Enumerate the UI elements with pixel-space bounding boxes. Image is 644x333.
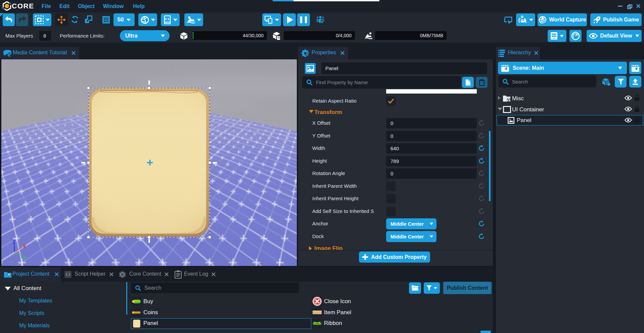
svg-text:Y: Y bbox=[23, 255, 26, 260]
svg-text:WIN: WIN bbox=[316, 323, 319, 325]
svg-text:Z: Z bbox=[12, 240, 15, 244]
svg-text:X: X bbox=[23, 243, 26, 249]
